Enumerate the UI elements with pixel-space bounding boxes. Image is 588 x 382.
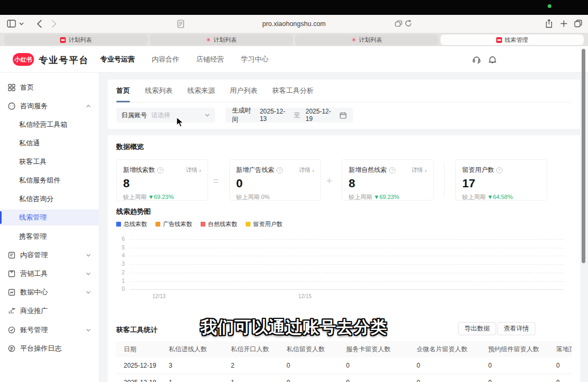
date-range-picker[interactable]: 生成时间 2025-12-13 至 2025-12-19 [226, 108, 353, 123]
chevron-down-icon [86, 328, 91, 332]
account-check-icon [8, 326, 15, 334]
lead-tabs: 首页 线索列表 线索来源 用户列表 获客工具分析 [116, 80, 572, 102]
stat-label: 留资用户数 [462, 166, 494, 175]
view-detail-button[interactable]: 查看详情 [497, 322, 535, 335]
sidebar-item-lead-management[interactable]: 线索管理 [0, 210, 99, 225]
headset-icon[interactable] [472, 55, 481, 64]
sidebar-item-consult-service[interactable]: 咨询服务 [0, 98, 99, 114]
url-field[interactable]: pro.xiaohongshu.com [0, 20, 588, 28]
detail-link[interactable]: 详情› [186, 166, 201, 174]
sidebar-item-lead-tools[interactable]: 获客工具 [0, 154, 99, 170]
tab-home[interactable]: 首页 [116, 80, 130, 102]
chevron-down-icon [205, 114, 210, 117]
tab-lead-tool-analysis[interactable]: 获客工具分析 [272, 80, 314, 102]
sidebar-item-customer-management[interactable]: 携客管理 [0, 229, 99, 245]
xiaohongshu-favicon [60, 37, 66, 43]
down-triangle-icon: ▼ [487, 194, 493, 200]
share-icon[interactable] [546, 19, 552, 28]
y-tick: 4 [116, 253, 125, 258]
chevron-up-icon [86, 105, 91, 108]
sidebar-item-data-center[interactable]: 数据中心 [0, 284, 99, 300]
help-icon[interactable]: ? [276, 167, 283, 173]
sidebar-item-business-promotion[interactable]: 商业推广 [0, 303, 99, 319]
down-triangle-icon: ▼ [148, 194, 154, 200]
detail-label: 详情 [411, 166, 423, 174]
detail-label: 详情 [299, 166, 310, 174]
sidebar-item-platform-log[interactable]: 平台操作日志 [0, 341, 99, 357]
tab-label: 计划列表 [68, 36, 92, 44]
detail-link[interactable]: 详情› [411, 166, 427, 174]
sidebar-item-marketing-tools[interactable]: 营销工具 [0, 266, 99, 282]
xiaohongshu-logo[interactable]: 小红书 [13, 53, 34, 66]
tab-overview-icon[interactable] [574, 20, 582, 28]
col-header: 私信留资人数 [279, 341, 339, 357]
legend-item-organic: 自然线索数 [201, 220, 237, 228]
help-icon[interactable]: ? [157, 167, 163, 173]
tab-label: 线索管理 [505, 36, 528, 44]
y-tick: 2 [116, 270, 125, 275]
tab-lead-list[interactable]: 线索列表 [145, 80, 172, 102]
bell-icon[interactable] [488, 55, 497, 64]
nav-item-shop[interactable]: 店铺经营 [196, 55, 224, 64]
loading-spinner-icon: ✳ [206, 37, 211, 43]
grid-icon [8, 84, 15, 91]
browser-tab-1[interactable]: 计划列表 [4, 34, 148, 45]
account-select[interactable]: 归属账号 请选择 [116, 108, 215, 123]
browser-tab-2[interactable]: ✳ 计划列表 [150, 34, 293, 45]
nav-item-learning[interactable]: 学习中心 [241, 55, 269, 64]
browser-tab-strip: 计划列表 ✳ 计划列表 ✳ 计划列表 线索管理 [0, 33, 588, 46]
nav-item-operation[interactable]: 专业号运营 [100, 55, 135, 64]
chevron-right-icon: › [199, 167, 201, 173]
help-icon[interactable]: ? [496, 167, 503, 173]
help-icon[interactable]: ? [389, 167, 395, 173]
col-header: 预约组件留资人数 [481, 341, 549, 357]
sidebar-item-label: 账号管理 [20, 325, 48, 335]
sidebar-item-dm-score[interactable]: 私信咨询分 [0, 191, 99, 207]
sidebar-item-dm-link[interactable]: 私信通 [0, 135, 99, 151]
sidebar-item-label: 携客管理 [19, 232, 47, 241]
table-row[interactable]: 2025-12-19 3 2 0 0 0 0 0 [116, 357, 572, 374]
sidebar-item-home[interactable]: 首页 [0, 80, 99, 96]
compare-label: 较上周期 [349, 194, 372, 200]
trend-icon [8, 289, 15, 296]
sidebar-item-label: 私信经营工具箱 [19, 120, 67, 129]
equals-operator: = [213, 175, 219, 187]
tab-lead-source[interactable]: 线索来源 [187, 80, 215, 102]
legend-swatch [155, 222, 160, 227]
page-scrollbar[interactable] [582, 49, 585, 263]
new-tab-icon[interactable] [560, 20, 568, 28]
col-header: 私信开口人数 [223, 341, 279, 357]
sidebar-item-dm-components[interactable]: 私信服务组件 [0, 172, 99, 188]
tag-icon [8, 270, 15, 277]
cell-value: 0 [481, 357, 549, 374]
page-copy-icon[interactable] [395, 20, 402, 27]
nav-item-content-coop[interactable]: 内容合作 [152, 55, 179, 64]
sidebar-item-dm-toolbox[interactable]: 私信经营工具箱 [0, 117, 99, 133]
detail-link[interactable]: 详情› [299, 166, 314, 174]
cell-value: 0 [339, 357, 409, 374]
top-nav: 专业号运营 内容合作 店铺经营 学习中心 [100, 46, 269, 73]
cell-value: 0 [279, 374, 339, 382]
sidebar-item-account-management[interactable]: 账号管理 [0, 322, 99, 338]
lead-page-header-card: 首页 线索列表 线索来源 用户列表 获客工具分析 归属账号 请选择 生成时间 2… [108, 80, 580, 129]
export-data-button[interactable]: 导出数据 [458, 322, 496, 335]
browser-tab-4-active[interactable]: 线索管理 [440, 34, 584, 45]
cell-value: 0 [481, 374, 549, 382]
stat-card-new-leads: 新增线索数 ? 详情› 8 较上周期 ▼69.23% [116, 159, 208, 201]
table-row[interactable]: 2025-12-18 1 1 0 0 0 0 0 [116, 374, 572, 382]
tab-user-list[interactable]: 用户列表 [230, 80, 257, 102]
stat-label: 新增广告线索 [236, 166, 274, 175]
reload-icon[interactable] [405, 20, 412, 27]
sidebar-item-label: 内容管理 [20, 250, 48, 260]
stat-card-retained-users: 留资用户数 ? 17 较上周期 ▼64.58% [455, 159, 547, 201]
legend-item-ad: 广告线索数 [155, 220, 192, 228]
stat-label: 新增自然线索 [349, 166, 387, 175]
y-tick: 6 [116, 236, 125, 242]
screen: pro.xiaohongshu.com 计划列表 ✳ 计划列表 ✳ 计划列表 [0, 0, 588, 382]
legend-item-retained: 留资用户数 [246, 220, 282, 228]
browser-tab-3[interactable]: ✳ 计划列表 [295, 34, 438, 45]
sidebar-item-content-management[interactable]: 内容管理 [0, 247, 99, 263]
delta-value: ▼69.23% [148, 194, 174, 200]
legend-item-total: 总线索数 [116, 220, 147, 228]
chevron-down-icon [86, 291, 91, 294]
